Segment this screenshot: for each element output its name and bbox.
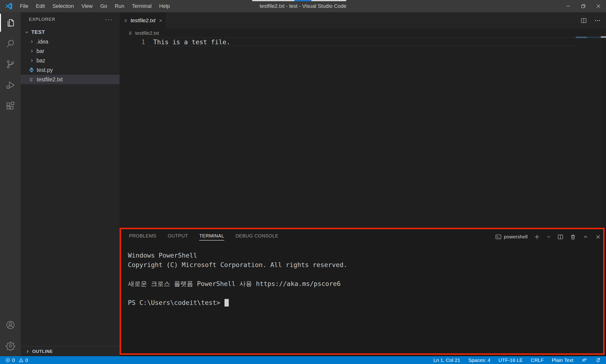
chevron-right-icon <box>29 49 35 54</box>
tree-item-label: test.py <box>37 67 53 73</box>
settings-gear-icon[interactable] <box>0 335 21 356</box>
close-tab-icon[interactable] <box>159 18 163 23</box>
active-indicator <box>0 14 1 32</box>
terminal-panel: PROBLEMS OUTPUT TERMINAL DEBUG CONSOLE p… <box>120 228 606 356</box>
language-mode-status[interactable]: Plain Text <box>552 357 573 363</box>
status-bar: 0 0 Ln 1, Col 21 Spaces: 4 UTF-16 LE CRL… <box>0 356 606 364</box>
text-file-icon <box>29 77 34 82</box>
warning-count: 0 <box>25 357 28 363</box>
cursor-position-status[interactable]: Ln 1, Col 21 <box>433 357 460 363</box>
menu-run[interactable]: Run <box>111 0 128 12</box>
chevron-right-icon <box>25 349 30 354</box>
terminal-cursor <box>224 299 229 307</box>
terminal-line: 새로운 크로스 플랫폼 PowerShell 사용 https://aka.ms… <box>128 279 606 288</box>
new-terminal-icon[interactable] <box>534 234 540 240</box>
tree-item-baz[interactable]: baz <box>21 56 120 65</box>
tab-output[interactable]: OUTPUT <box>168 233 188 241</box>
minimap-line-marker <box>576 37 587 38</box>
kill-terminal-trash-icon[interactable] <box>570 234 576 240</box>
restore-button[interactable] <box>576 0 591 12</box>
run-and-debug-icon[interactable] <box>0 75 21 96</box>
vscode-window: File Edit Selection View Go Run Terminal… <box>0 0 606 364</box>
workbench: EXPLORER ··· TEST .idea bar baz <box>0 12 606 356</box>
account-icon[interactable] <box>0 314 21 335</box>
menu-go[interactable]: Go <box>96 0 111 12</box>
file-tree: TEST .idea bar baz <box>21 27 120 84</box>
minimap-divider <box>601 29 601 228</box>
launch-profile-chevron-icon[interactable] <box>546 234 551 239</box>
minimap[interactable] <box>576 37 601 38</box>
source-control-icon[interactable] <box>0 54 21 75</box>
maximize-panel-icon[interactable] <box>582 234 589 240</box>
editor-content[interactable]: 1 This is a test file. <box>120 37 606 216</box>
tab-debug-console[interactable]: DEBUG CONSOLE <box>236 233 278 241</box>
tab-testfile2-txt[interactable]: testfile2.txt <box>120 12 166 29</box>
breadcrumb-item[interactable]: testfile2.txt <box>135 30 159 36</box>
shell-selector[interactable]: powershell <box>495 234 528 240</box>
menu-file[interactable]: File <box>16 0 32 12</box>
terminal-line-blank <box>128 288 606 298</box>
explorer-icon[interactable] <box>0 12 21 33</box>
tab-problems[interactable]: PROBLEMS <box>129 233 156 241</box>
terminal-line: Copyright (C) Microsoft Corporation. All… <box>128 260 606 270</box>
notifications-bell-icon[interactable] <box>595 357 601 363</box>
window-controls <box>561 0 606 12</box>
panel-header: PROBLEMS OUTPUT TERMINAL DEBUG CONSOLE p… <box>120 228 606 245</box>
feedback-icon[interactable] <box>581 357 587 363</box>
tree-item-test-py[interactable]: test.py <box>21 65 120 75</box>
minimize-button[interactable] <box>561 0 576 12</box>
eol-status[interactable]: CRLF <box>531 357 544 363</box>
more-actions-icon[interactable] <box>594 17 601 24</box>
code-line[interactable]: This is a test file. <box>153 38 230 46</box>
tree-item-idea[interactable]: .idea <box>21 37 120 46</box>
problems-status[interactable]: 0 0 <box>0 357 28 363</box>
menu-terminal[interactable]: Terminal <box>128 0 155 12</box>
tab-label: testfile2.txt <box>130 17 155 24</box>
split-editor-icon[interactable] <box>580 17 587 24</box>
tree-item-testfile2-txt[interactable]: testfile2.txt <box>21 75 120 84</box>
sidebar-header: EXPLORER ··· <box>21 12 120 26</box>
tree-item-label: .idea <box>37 39 48 45</box>
tree-root-test[interactable]: TEST <box>21 27 120 37</box>
indentation-status[interactable]: Spaces: 4 <box>468 357 490 363</box>
search-icon[interactable] <box>0 33 21 54</box>
terminal-prompt-line[interactable]: PS C:\Users\codeit\test> <box>128 298 606 308</box>
tab-terminal[interactable]: TERMINAL <box>199 233 224 241</box>
terminal-output[interactable]: Windows PowerShell Copyright (C) Microso… <box>128 251 606 308</box>
vscode-logo-icon <box>5 2 13 10</box>
outline-section[interactable]: OUTLINE <box>21 346 120 356</box>
menu-bar: File Edit Selection View Go Run Terminal… <box>16 0 174 12</box>
menu-edit[interactable]: Edit <box>32 0 49 12</box>
panel-actions: powershell <box>495 228 601 245</box>
split-terminal-icon[interactable] <box>557 234 564 240</box>
shell-label: powershell <box>504 234 528 240</box>
terminal-line: Windows PowerShell <box>128 251 606 260</box>
close-panel-icon[interactable] <box>595 234 601 240</box>
sidebar-more-actions-icon[interactable]: ··· <box>105 17 112 22</box>
text-file-icon <box>124 18 128 23</box>
extensions-icon[interactable] <box>0 96 21 116</box>
activity-bar <box>0 12 21 356</box>
tree-root-label: TEST <box>31 29 45 35</box>
terminal-line-blank <box>128 270 606 279</box>
menu-selection[interactable]: Selection <box>49 0 78 12</box>
explorer-sidebar: EXPLORER ··· TEST .idea bar baz <box>21 12 120 356</box>
error-icon <box>5 358 10 363</box>
error-count: 0 <box>12 357 15 363</box>
top-progress-strip-value <box>294 0 311 1</box>
terminal-icon <box>495 234 502 240</box>
menu-view[interactable]: View <box>78 0 96 12</box>
warning-icon <box>18 358 24 363</box>
encoding-status[interactable]: UTF-16 LE <box>498 357 523 363</box>
breadcrumb[interactable]: testfile2.txt <box>120 29 606 37</box>
tree-item-label: testfile2.txt <box>37 76 63 83</box>
scrollbar-marker[interactable] <box>601 36 606 38</box>
sidebar-title: EXPLORER <box>29 17 55 22</box>
editor-actions <box>580 12 601 29</box>
python-file-icon <box>29 67 34 73</box>
close-window-button[interactable] <box>591 0 606 12</box>
text-file-icon <box>128 30 133 36</box>
menu-help[interactable]: Help <box>155 0 174 12</box>
tree-item-bar[interactable]: bar <box>21 46 120 56</box>
editor-region: testfile2.txt <box>120 12 606 356</box>
